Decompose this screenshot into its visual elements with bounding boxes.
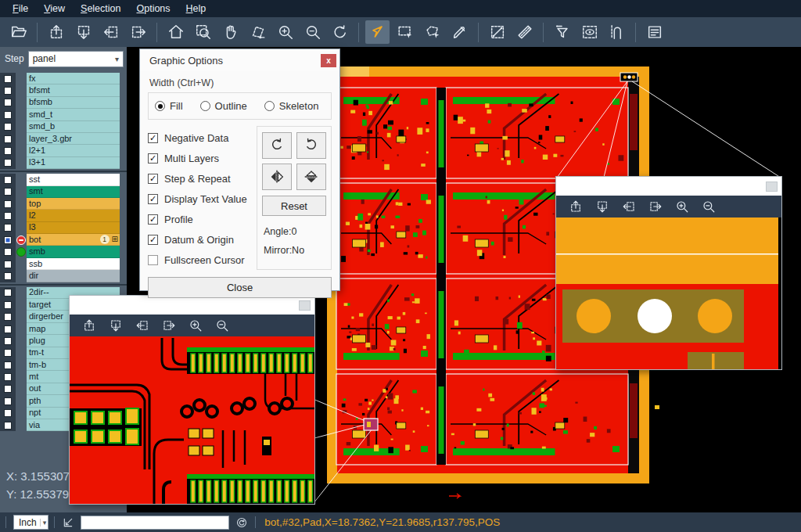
report-button[interactable] <box>642 20 666 44</box>
step-select[interactable]: panel ▾ <box>28 51 124 67</box>
layer-row-smd_b[interactable]: smd_b <box>0 121 127 133</box>
close-button[interactable]: Close <box>148 277 332 298</box>
layer-checkbox[interactable] <box>4 224 12 232</box>
layer-row-fx[interactable]: fx <box>0 73 127 84</box>
layer-label[interactable]: smb <box>27 246 120 257</box>
rotate-cw-button[interactable] <box>262 132 292 159</box>
layer-checkbox[interactable] <box>4 135 12 143</box>
magnifier2-title-bar[interactable] <box>556 177 781 196</box>
pan-right-button[interactable] <box>645 197 666 216</box>
ruler-button[interactable] <box>512 20 537 44</box>
radio-skeleton[interactable]: Skeleton <box>264 100 319 112</box>
zoom-window-button[interactable] <box>191 20 215 44</box>
command-input[interactable] <box>81 516 229 530</box>
layer-checkbox[interactable] <box>4 99 12 106</box>
shape-zoom-button[interactable] <box>246 20 270 44</box>
layer-row-layer_3.gbr[interactable]: layer_3.gbr <box>0 133 127 145</box>
layer-row-smd_t[interactable]: smd_t <box>0 109 127 120</box>
rotate-ccw-button[interactable] <box>296 132 326 159</box>
filter-button[interactable] <box>550 20 574 44</box>
layer-checkbox[interactable] <box>4 87 12 95</box>
poly-select-button[interactable] <box>420 20 444 44</box>
checkbox-step-repeat[interactable]: ✓Step & Repeat <box>148 168 257 189</box>
brush-clean-button[interactable] <box>447 20 472 44</box>
layer-label[interactable]: sst <box>27 174 120 185</box>
unit-select[interactable]: Inch ▾ <box>13 515 48 530</box>
layer-label[interactable]: smd_t <box>27 109 120 120</box>
pan-down-button[interactable] <box>592 197 612 216</box>
radio-outline[interactable]: Outline <box>200 100 247 112</box>
layer-row-l3+1[interactable]: l3+1 <box>0 157 127 169</box>
layer-checkbox[interactable] <box>4 261 12 268</box>
menu-item-help[interactable]: Help <box>178 0 214 17</box>
layer-checkbox[interactable] <box>4 123 12 131</box>
checkbox-fullscreen-cursor[interactable]: Fullscreen Cursor <box>148 250 257 270</box>
flip-horizontal-button[interactable] <box>262 164 292 190</box>
layer-label[interactable]: l3 <box>27 222 120 234</box>
pan-up-button[interactable] <box>566 197 586 216</box>
layer-checkbox[interactable] <box>4 337 12 345</box>
pan-left-button[interactable] <box>99 20 123 44</box>
layer-checkbox[interactable] <box>4 409 12 417</box>
pan-down-button[interactable] <box>71 20 95 44</box>
open-folder-button[interactable] <box>6 20 31 44</box>
checkbox-display-text-value[interactable]: ✓Display Text Value <box>148 189 257 209</box>
pan-down-button[interactable] <box>106 316 126 335</box>
layer-checkbox[interactable] <box>4 188 12 196</box>
magnifier1-view[interactable] <box>70 336 314 504</box>
layer-row-bfsmt[interactable]: bfsmt <box>0 84 127 96</box>
pan-left-button[interactable] <box>619 197 639 216</box>
layer-row-l2[interactable]: l2 <box>0 210 127 221</box>
checkbox-datum-origin[interactable]: ✓Datum & Origin <box>148 229 257 250</box>
menu-item-file[interactable]: File <box>5 0 36 17</box>
layer-checkbox[interactable] <box>4 361 12 369</box>
window-button-icon[interactable] <box>299 300 311 311</box>
zoom-out-button[interactable] <box>300 20 325 44</box>
menu-item-options[interactable]: Options <box>128 0 178 17</box>
zoom-in-button[interactable] <box>273 20 297 44</box>
pan-left-button[interactable] <box>132 316 153 335</box>
layer-row-smb[interactable]: smb <box>0 246 127 257</box>
layer-row-smt[interactable]: smt <box>0 186 127 198</box>
layer-label[interactable]: bfsmb <box>27 97 120 109</box>
pan-up-button[interactable] <box>79 316 99 335</box>
snap-button[interactable] <box>605 20 629 44</box>
corner-snap-icon[interactable] <box>60 515 76 530</box>
window-button-icon[interactable] <box>766 182 778 192</box>
magnifier1-title-bar[interactable] <box>70 296 314 315</box>
layer-checkbox[interactable] <box>4 385 12 393</box>
layer-checkbox[interactable] <box>4 422 12 430</box>
layer-label[interactable]: smd_b <box>27 121 120 133</box>
magnifier2-view[interactable] <box>556 217 781 369</box>
layer-label[interactable]: l2 <box>27 210 120 221</box>
layer-row-sst[interactable]: sst <box>0 174 127 185</box>
close-icon[interactable]: x <box>321 54 336 67</box>
layer-label[interactable]: fx <box>27 73 120 84</box>
layer-checkbox[interactable] <box>4 272 12 280</box>
layer-checkbox[interactable] <box>4 200 12 208</box>
zoom-out-button[interactable] <box>699 197 719 216</box>
flip-vertical-button[interactable] <box>296 164 326 190</box>
rect-select-button[interactable] <box>393 20 417 44</box>
layer-checkbox[interactable] <box>4 289 12 297</box>
layer-checkbox[interactable] <box>4 301 12 309</box>
pan-up-button[interactable] <box>44 20 68 44</box>
layer-checkbox[interactable] <box>4 325 12 333</box>
layer-label[interactable]: top <box>27 198 120 210</box>
layer-row-ssb[interactable]: ssb <box>0 258 127 270</box>
layer-checkbox[interactable] <box>4 147 12 155</box>
pan-right-button[interactable] <box>126 20 150 44</box>
measure-diagonal-button[interactable] <box>485 20 509 44</box>
refresh-icon[interactable] <box>234 515 250 530</box>
layer-checkbox[interactable] <box>4 159 12 167</box>
zoom-previous-button[interactable] <box>328 20 352 44</box>
checkbox-multi-layers[interactable]: ✓Multi Layers <box>148 148 257 168</box>
layer-label[interactable]: bot1⊞ <box>27 234 120 246</box>
menu-item-view[interactable]: View <box>36 0 73 17</box>
zoom-in-button[interactable] <box>672 197 692 216</box>
layer-checkbox[interactable] <box>4 397 12 405</box>
layer-label[interactable]: l3+1 <box>27 157 120 169</box>
dialog-title-bar[interactable]: Graphic Options x <box>140 49 339 71</box>
layer-checkbox[interactable] <box>4 373 12 381</box>
layer-row-l3[interactable]: l3 <box>0 222 127 234</box>
